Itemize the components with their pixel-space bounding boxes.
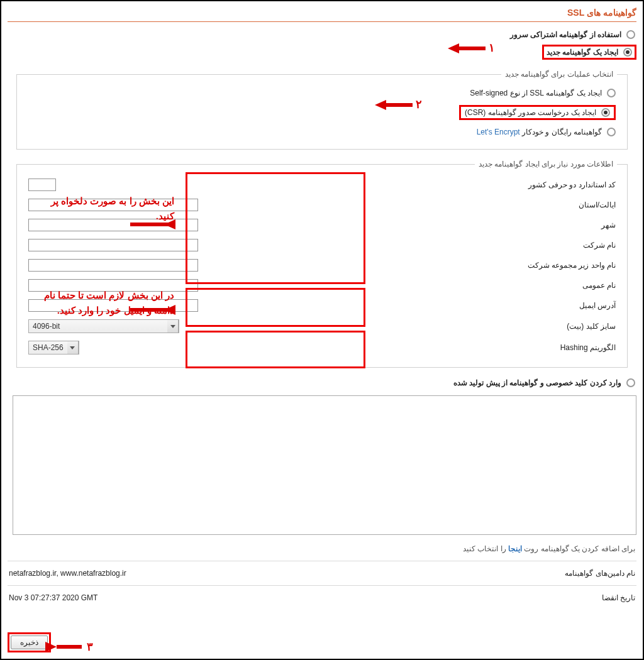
arrow-left-icon bbox=[375, 100, 386, 110]
separator bbox=[8, 585, 636, 586]
label-company: نام شرکت bbox=[421, 241, 616, 250]
row-cert-expiry: تاریخ انقضا Nov 3 07:27:37 2020 GMT bbox=[8, 590, 636, 606]
label-unit: نام واحد زیر مجموعه شرکت bbox=[421, 261, 616, 270]
option-csr-row: ایجاد یک درخواست صدور گواهینامه (CSR) ۲ bbox=[27, 101, 617, 124]
select-hashing-value: SHA-256 bbox=[29, 343, 67, 352]
page-title: گواهینامه های SSL bbox=[8, 8, 636, 18]
radio-csr[interactable] bbox=[601, 108, 610, 117]
row-cert-domains: نام دامین‌های گواهینامه netafrazblog.ir,… bbox=[8, 565, 636, 581]
textarea-cert-paste[interactable] bbox=[13, 395, 636, 535]
input-unit[interactable] bbox=[28, 259, 198, 272]
input-company[interactable] bbox=[28, 239, 198, 251]
title-separator bbox=[8, 21, 636, 22]
option-self-signed-label: ایجاد یک گواهینامه SSL از نوع Self-signe… bbox=[470, 89, 602, 97]
lets-encrypt-link[interactable]: Let's Encrypt bbox=[477, 128, 520, 136]
callout-2-number: ۲ bbox=[416, 98, 422, 111]
row-unit: نام واحد زیر مجموعه شرکت bbox=[27, 255, 617, 275]
input-country[interactable] bbox=[28, 179, 56, 191]
value-cert-expiry: Nov 3 07:27:37 2020 GMT bbox=[9, 593, 365, 602]
radio-new-cert[interactable] bbox=[623, 48, 632, 57]
option-new-cert-label: ایجاد یک گواهینامه جدید bbox=[547, 48, 618, 57]
option-csr-highlight: ایجاد یک درخواست صدور گواهینامه (CSR) bbox=[459, 105, 616, 120]
save-button[interactable]: ذخیره bbox=[11, 635, 48, 649]
fieldset-info: اطلاعات مورد نیاز برای ایجاد گواهینامه ج… bbox=[16, 160, 628, 368]
label-state: ایالت/استان bbox=[421, 201, 616, 209]
option-pregenerated[interactable]: وارد کردن کلید خصوصی و گواهینامه از پیش … bbox=[8, 377, 636, 389]
row-company: نام شرکت bbox=[27, 235, 617, 255]
callout-3: ۳ bbox=[45, 640, 97, 654]
row-hashing: الگوریتم Hashing SHA-256 bbox=[27, 337, 617, 358]
option-lets-encrypt-label: گواهینامه رایگان و خودکار Let's Encrypt bbox=[477, 128, 602, 136]
arrow-left-icon bbox=[130, 308, 174, 312]
hint-link[interactable]: اینجا bbox=[508, 544, 522, 553]
chevron-down-icon bbox=[167, 320, 179, 333]
row-country: کد استاندارد دو حرفی کشور bbox=[27, 175, 617, 195]
select-key-size-value: 4096-bit bbox=[29, 322, 167, 331]
ssl-cert-panel: گواهینامه های SSL استفاده از گواهینامه ا… bbox=[0, 0, 644, 660]
radio-lets-encrypt[interactable] bbox=[607, 128, 616, 136]
row-key-size: سایز کلید (بیت) 4096-bit bbox=[27, 316, 617, 337]
label-country: کد استاندارد دو حرفی کشور bbox=[421, 180, 616, 189]
label-city: شهر bbox=[421, 221, 616, 229]
arrow-left-icon bbox=[448, 43, 459, 53]
save-area: ذخیره bbox=[8, 632, 51, 652]
option-self-signed[interactable]: ایجاد یک گواهینامه SSL از نوع Self-signe… bbox=[27, 85, 617, 101]
save-button-highlight: ذخیره bbox=[8, 632, 51, 652]
option-lets-encrypt[interactable]: گواهینامه رایگان و خودکار Let's Encrypt bbox=[27, 124, 617, 140]
option-pregenerated-label: وارد کردن کلید خصوصی و گواهینامه از پیش … bbox=[453, 378, 621, 387]
radio-shared-cert[interactable] bbox=[626, 30, 635, 39]
callout-1-number: ۱ bbox=[489, 41, 495, 54]
value-cert-domains: netafrazblog.ir, www.netafrazblog.ir bbox=[9, 569, 365, 578]
select-hashing[interactable]: SHA-256 bbox=[28, 341, 79, 355]
label-hashing: الگوریتم Hashing bbox=[421, 343, 616, 352]
label-cert-expiry: تاریخ انقضا bbox=[365, 593, 635, 602]
fieldset-operation: انتخاب عملیات برای گواهینامه جدید ایجاد … bbox=[16, 70, 628, 150]
side-note-optional: این بخش را به صورت دلخواه پر کنید. bbox=[42, 194, 174, 224]
chevron-down-icon bbox=[67, 341, 79, 354]
callout-3-number: ۳ bbox=[87, 640, 93, 654]
option-shared-cert-label: استفاده از گواهینامه اشتراکی سرور bbox=[510, 30, 621, 39]
option-new-cert-highlight: ایجاد یک گواهینامه جدید bbox=[542, 45, 636, 60]
radio-pregenerated[interactable] bbox=[626, 378, 635, 387]
option-shared-cert[interactable]: استفاده از گواهینامه اشتراکی سرور bbox=[8, 28, 636, 41]
arrow-right-icon bbox=[45, 642, 57, 652]
label-cert-domains: نام دامین‌های گواهینامه bbox=[365, 569, 635, 578]
select-key-size[interactable]: 4096-bit bbox=[28, 319, 179, 333]
callout-1: ۱ bbox=[444, 41, 495, 55]
side-note-required: در این بخش لازم است تا حتما نام دامنه و … bbox=[42, 288, 174, 318]
radio-self-signed[interactable] bbox=[607, 89, 616, 97]
fieldset-info-legend: اطلاعات مورد نیاز برای ایجاد گواهینامه ج… bbox=[475, 160, 617, 168]
fieldset-operation-legend: انتخاب عملیات برای گواهینامه جدید bbox=[501, 70, 617, 79]
label-email: آدرس ایمیل bbox=[421, 301, 616, 310]
separator bbox=[8, 561, 636, 561]
label-common-name: نام عمومی bbox=[421, 281, 616, 290]
option-csr-label: ایجاد یک درخواست صدور گواهینامه (CSR) bbox=[465, 108, 596, 117]
arrow-left-icon bbox=[130, 223, 174, 226]
callout-2: ۲ bbox=[371, 97, 422, 111]
hint-root-cert: برای اضافه کردن یک گواهینامه روت اینجا ر… bbox=[9, 544, 635, 553]
label-key-size: سایز کلید (بیت) bbox=[421, 322, 616, 331]
